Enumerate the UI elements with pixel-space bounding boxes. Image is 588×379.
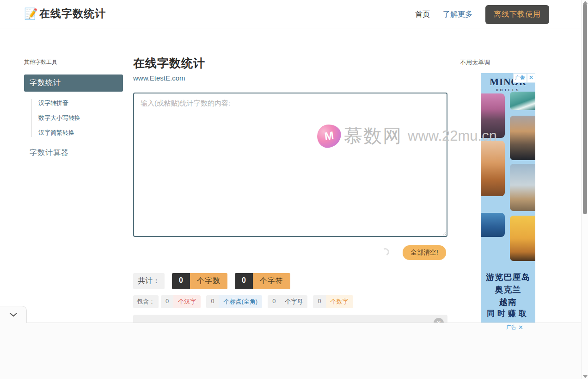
sidebar-item-simplified-traditional[interactable]: 汉字简繁转换: [38, 129, 123, 137]
word-count-stat: 0 个字数: [172, 273, 227, 289]
sidebar-sub-list: 汉字转拼音 数字大小写转换 汉字简繁转换: [31, 99, 123, 137]
page-title: 在线字数统计: [133, 56, 447, 71]
ad-subline: 同时赚取: [481, 308, 535, 319]
letter-count-stat: 0 个字母: [268, 295, 307, 308]
main-content: 在线字数统计 www.EtestE.com 全部清空! 共计： 0 个字数 0 …: [133, 56, 447, 342]
digit-count-stat: 0 个数字: [313, 295, 353, 308]
nav-home-link[interactable]: 首页: [415, 10, 430, 19]
char-count-value: 0: [235, 273, 253, 289]
hanzi-count-stat: 0 个汉字: [161, 295, 201, 308]
site-logo[interactable]: 📝 在线字数统计: [24, 6, 106, 21]
top-nav: 首页 了解更多 离线下载使用: [415, 0, 549, 29]
ad-headline-line2: 奥克兰: [481, 284, 535, 296]
page-subtitle: www.EtestE.com: [133, 74, 447, 82]
letter-count-value: 0: [268, 295, 280, 308]
ad-brand-subname: HOTELS: [481, 88, 535, 92]
sidebar-item-number-case[interactable]: 数字大小写转换: [38, 114, 123, 122]
letter-count-unit: 个字母: [280, 295, 307, 308]
loading-spinner-icon: [380, 247, 391, 257]
bottom-ad-close-icon[interactable]: ✕: [518, 324, 523, 331]
ad-headline-line3: 越南: [481, 296, 535, 309]
offline-download-button[interactable]: 离线下载使用: [485, 5, 549, 24]
ad-label[interactable]: 广告: [513, 73, 527, 83]
bottom-ad-label[interactable]: 广告: [506, 324, 516, 331]
top-header: 📝 在线字数统计 首页 了解更多 离线下载使用: [0, 0, 581, 29]
site-logo-text: 在线字数统计: [39, 6, 106, 21]
sidebar-item-word-calculator[interactable]: 字数计算器: [30, 148, 123, 158]
word-count-value: 0: [172, 273, 190, 289]
ad-photo-sunset-resort: [481, 93, 505, 138]
bottom-ad-badge: 广告 ✕: [506, 324, 523, 331]
page-scrollbar[interactable]: [581, 0, 588, 379]
sidebar-item-word-count[interactable]: 字数统计: [24, 75, 123, 92]
includes-row: 包含： 0 个汉字 0 个标点(全角) 0 个字母 0 个数字: [133, 295, 447, 308]
nav-learn-more-link[interactable]: 了解更多: [443, 10, 472, 19]
hanzi-count-value: 0: [161, 295, 173, 308]
sidebar-ad[interactable]: 广告 ✕ MINOR HOTELS 游览巴厘岛 奥克兰 越南 同时赚取: [481, 73, 535, 323]
ad-photo-sunset-kayak: [510, 216, 535, 261]
ad-photo-infinity-pool: [510, 116, 535, 160]
punct-count-value: 0: [206, 295, 219, 308]
sidebar-item-pinyin[interactable]: 汉字转拼音: [38, 99, 123, 107]
ad-close-icon[interactable]: ✕: [527, 73, 535, 83]
scrollbar-down-arrow-icon[interactable]: [583, 375, 588, 378]
right-caption: 不用太单调: [460, 58, 490, 67]
ad-photo-surfer-wave: [510, 92, 535, 110]
digit-count-unit: 个数字: [326, 295, 353, 308]
bottom-ad-banner: 广告 ✕: [0, 323, 581, 379]
punct-count-stat: 0 个标点(全角): [206, 295, 262, 308]
ad-headline-line1: 游览巴厘岛: [481, 271, 535, 284]
totals-label: 共计：: [133, 273, 165, 289]
ad-photo-whale-tail: [481, 213, 505, 237]
hanzi-count-unit: 个汉字: [173, 295, 201, 308]
punct-count-unit: 个标点(全角): [219, 295, 262, 308]
clear-all-button[interactable]: 全部清空!: [403, 245, 446, 260]
ad-photo-river-boat: [481, 141, 505, 196]
digit-count-value: 0: [313, 295, 325, 308]
memo-icon: 📝: [24, 7, 38, 20]
collapse-ad-button[interactable]: [0, 306, 27, 323]
ad-headline: 游览巴厘岛 奥克兰 越南: [481, 271, 535, 309]
totals-row: 共计： 0 个字数 0 个字符: [133, 273, 447, 289]
word-count-unit: 个字数: [190, 273, 227, 289]
ad-photo-surfboard-woman: [510, 164, 535, 211]
sidebar-section-label: 其他字数工具: [24, 58, 123, 66]
includes-label: 包含：: [133, 295, 159, 308]
char-count-stat: 0 个字符: [235, 273, 290, 289]
chevron-down-icon: [9, 312, 18, 317]
tools-sidebar: 其他字数工具 字数统计 汉字转拼音 数字大小写转换 汉字简繁转换 字数计算器: [24, 58, 123, 158]
char-count-unit: 个字符: [253, 273, 290, 289]
scrollbar-thumb[interactable]: [583, 4, 587, 214]
word-count-input[interactable]: [133, 93, 447, 237]
ad-badges: 广告 ✕: [513, 73, 535, 83]
textarea-toolbar: 全部清空!: [133, 244, 447, 264]
